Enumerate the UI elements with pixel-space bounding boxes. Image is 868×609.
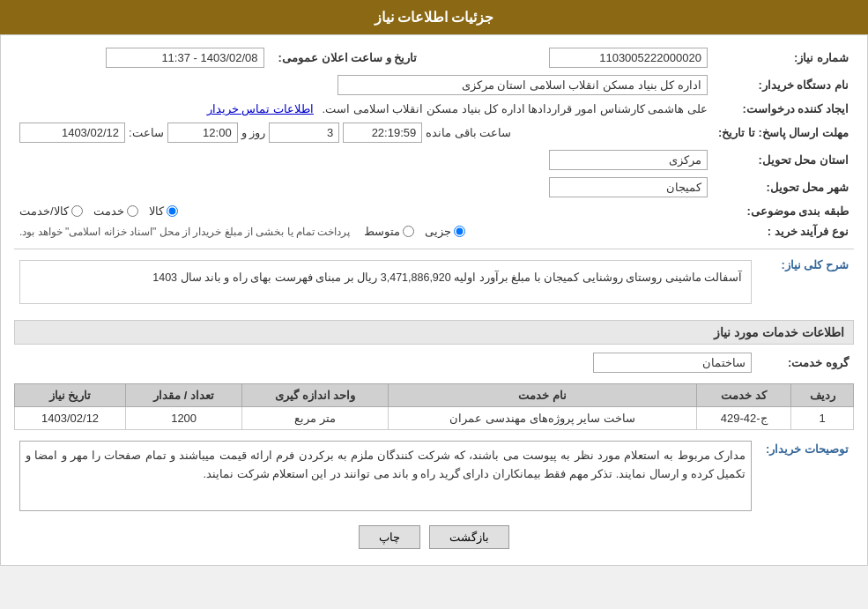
radio-kala-khadamat[interactable]: کالا/خدمت — [19, 204, 83, 218]
namDastgah-value: اداره کل بنیاد مسکن انقلاب اسلامی استان … — [14, 71, 713, 99]
row-mohlat: مهلت ارسال پاسخ: تا تاریخ: 1403/02/12 سا… — [14, 119, 854, 146]
row-noeFarayand: نوع فرآیند خرید : پرداخت تمام یا بخشی از… — [14, 221, 854, 241]
row-shahr: شهر محل تحویل: کمیجان — [14, 174, 854, 201]
radio-mottaset-label: متوسط — [364, 225, 400, 238]
khadamat-section-title: اطلاعات خدمات مورد نیاز — [14, 320, 854, 345]
ostan-value: مرکزی — [14, 146, 713, 174]
ijadKonande-text: علی هاشمی کارشناس امور قراردادها اداره ک… — [323, 102, 708, 115]
print-button[interactable]: چاپ — [359, 525, 420, 549]
radio-mottaset-input[interactable] — [403, 226, 414, 237]
radio-khadamat[interactable]: خدمت — [93, 204, 138, 218]
table-row: 1ج-42-429ساخت سایر پروژه‌های مهندسی عمرا… — [15, 407, 854, 430]
mohlat-row: 1403/02/12 ساعت: 12:00 روز و 3 22:19:59 … — [19, 123, 708, 143]
tarikh-field: 1403/02/08 - 11:37 — [106, 48, 264, 68]
shomareNiaz-label: شماره نیاز: — [713, 44, 854, 71]
back-button[interactable]: بازگشت — [429, 525, 509, 549]
mohlat-value: 1403/02/12 ساعت: 12:00 روز و 3 22:19:59 … — [14, 119, 713, 146]
radio-kala-khadamat-input[interactable] — [71, 205, 83, 217]
main-content: شماره نیاز: 1103005222000020 تاریخ و ساع… — [0, 34, 868, 566]
grouh-field: ساختمان — [593, 353, 752, 373]
radio-kala-input[interactable] — [167, 205, 178, 217]
mohlat-date: 1403/02/12 — [19, 123, 125, 143]
row-ijadKonande: ایجاد کننده درخواست: علی هاشمی کارشناس ا… — [14, 99, 854, 119]
col-nam: نام خدمت — [389, 384, 697, 407]
ostan-field: مرکزی — [549, 150, 708, 170]
mohlat-roz-label: روز و — [241, 126, 266, 139]
radio-jozvi[interactable]: جزیی — [425, 225, 465, 238]
shomareNiaz-value: 1103005222000020 — [457, 44, 713, 71]
noeFarayand-value: پرداخت تمام یا بخشی از مبلغ خریدار از مح… — [14, 221, 713, 241]
radio-khadamat-input[interactable] — [127, 205, 138, 217]
tarikh-label: تاریخ و ساعت اعلان عمومی: — [270, 44, 423, 71]
tabe-value: کالا/خدمت خدمت کالا — [14, 201, 713, 221]
col-tedad: تعداد / مقدار — [126, 384, 242, 407]
info-table: شماره نیاز: 1103005222000020 تاریخ و ساع… — [14, 44, 854, 241]
shomareNiaz-field: 1103005222000020 — [549, 48, 708, 68]
grouh-value: ساختمان — [14, 349, 757, 376]
col-vahed: واحد اندازه گیری — [242, 384, 389, 407]
radio-tabe: کالا/خدمت خدمت کالا — [19, 204, 708, 218]
row-grouh: گروه خدمت: ساختمان — [14, 349, 854, 376]
radio-khadamat-label: خدمت — [93, 204, 124, 218]
radio-jozvi-input[interactable] — [454, 226, 465, 237]
shahr-label: شهر محل تحویل: — [713, 174, 854, 201]
sharh-label: شرح کلی نیاز: — [757, 253, 854, 311]
grouh-table: گروه خدمت: ساختمان — [14, 349, 854, 376]
radio-kala-label: کالا — [149, 204, 164, 218]
ostan-label: استان محل تحویل: — [713, 146, 854, 174]
services-header-row: ردیف کد خدمت نام خدمت واحد اندازه گیری ت… — [15, 384, 854, 407]
cell-vahed: متر مربع — [242, 407, 389, 430]
shahr-field: کمیجان — [549, 177, 708, 197]
page-header: جزئیات اطلاعات نیاز — [0, 0, 868, 34]
mohlat-roz: 3 — [269, 123, 339, 143]
radio-kala-khadamat-label: کالا/خدمت — [19, 204, 69, 218]
tosifat-box: مدارک مربوط به استعلام مورد نظر به پیوست… — [19, 441, 752, 511]
ijadKonande-link[interactable]: اطلاعات تماس خریدار — [207, 102, 314, 115]
services-table: ردیف کد خدمت نام خدمت واحد اندازه گیری ت… — [14, 383, 854, 430]
cell-tarikh: 1403/02/12 — [15, 407, 126, 430]
tosifat-value: مدارک مربوط به استعلام مورد نظر به پیوست… — [14, 437, 757, 515]
page-wrapper: جزئیات اطلاعات نیاز شماره نیاز: 11030052… — [0, 0, 868, 566]
row-tosifat: توصیحات خریدار: مدارک مربوط به استعلام م… — [14, 437, 854, 515]
col-tarikh: تاریخ نیاز — [15, 384, 126, 407]
radio-kala[interactable]: کالا — [149, 204, 178, 218]
row-sharh: شرح کلی نیاز: آسفالت ماشینی روستای روشنا… — [14, 253, 854, 311]
col-kod: کد خدمت — [696, 384, 790, 407]
services-tbody: 1ج-42-429ساخت سایر پروژه‌های مهندسی عمرا… — [15, 407, 854, 430]
ijadKonande-label: ایجاد کننده درخواست: — [713, 99, 854, 119]
namDastgah-label: نام دستگاه خریدار: — [713, 71, 854, 99]
row-shomareNiaz: شماره نیاز: 1103005222000020 تاریخ و ساع… — [14, 44, 854, 71]
col-radif: ردیف — [791, 384, 854, 407]
cell-nam: ساخت سایر پروژه‌های مهندسی عمران — [389, 407, 697, 430]
row-ostan: استان محل تحویل: مرکزی — [14, 146, 854, 174]
sharh-value: آسفالت ماشینی روستای روشنایی کمیجان با م… — [14, 253, 757, 311]
noeFarayand-label: نوع فرآیند خرید : — [713, 221, 854, 241]
radio-jozvi-label: جزیی — [425, 225, 451, 238]
cell-tedad: 1200 — [126, 407, 242, 430]
mohlat-saat: 12:00 — [167, 123, 238, 143]
noeFarayand-note: پرداخت تمام یا بخشی از مبلغ خریدار از مح… — [19, 226, 350, 238]
mohlat-mande: 22:19:59 — [343, 123, 422, 143]
noeFarayand-row: پرداخت تمام یا بخشی از مبلغ خریدار از مح… — [19, 225, 708, 238]
tarikh-value: 1403/02/08 - 11:37 — [14, 44, 270, 71]
tabe-label: طبقه بندی موضوعی: — [713, 201, 854, 221]
mohlat-saat-label: ساعت: — [129, 126, 164, 139]
sharh-table: شرح کلی نیاز: آسفالت ماشینی روستای روشنا… — [14, 253, 854, 311]
button-row: بازگشت چاپ — [14, 525, 854, 549]
separator1 — [14, 249, 854, 249]
mohlat-mande-label: ساعت باقی مانده — [426, 126, 511, 139]
sharh-box: آسفالت ماشینی روستای روشنایی کمیجان با م… — [19, 260, 752, 304]
radio-mottaset[interactable]: متوسط — [364, 225, 414, 238]
tosifat-label: توصیحات خریدار: — [757, 437, 854, 515]
grouh-label: گروه خدمت: — [757, 349, 854, 376]
cell-radif: 1 — [791, 407, 854, 430]
namDastgah-field: اداره کل بنیاد مسکن انقلاب اسلامی استان … — [338, 75, 708, 95]
shahr-value: کمیجان — [14, 174, 713, 201]
row-tabe: طبقه بندی موضوعی: کالا/خدمت خدمت کالا — [14, 201, 854, 221]
cell-kod: ج-42-429 — [696, 407, 790, 430]
tosifat-table: توصیحات خریدار: مدارک مربوط به استعلام م… — [14, 437, 854, 515]
page-title: جزئیات اطلاعات نیاز — [375, 10, 494, 25]
services-thead: ردیف کد خدمت نام خدمت واحد اندازه گیری ت… — [15, 384, 854, 407]
radio-farayand: متوسط جزیی — [364, 225, 465, 238]
ijadKonande-value: علی هاشمی کارشناس امور قراردادها اداره ک… — [14, 99, 713, 119]
